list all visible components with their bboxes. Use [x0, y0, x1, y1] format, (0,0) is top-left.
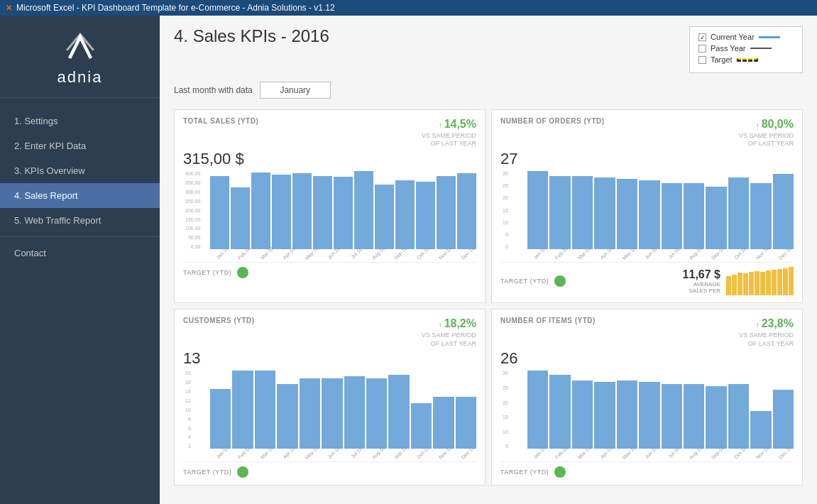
arrow-up-sales: ↑: [439, 121, 442, 129]
kpi-grid: TOTAL SALES (YTD) ↑ 14,5% VS SAME PERIOD…: [174, 109, 803, 486]
target-dot-orders: [554, 275, 566, 287]
chart-labels-customers: Jan-16Feb-16Mar-16Apr-16May-16Jun-16Jul-…: [210, 451, 476, 456]
chart-wrapper-sales: 400,00 350,00 300,00 250,00 200,00 150,0…: [183, 171, 476, 256]
target-label-customers: TARGET (YTD): [183, 469, 231, 476]
filter-value[interactable]: January: [260, 82, 331, 99]
sidebar-nav: 1. Settings 2. Enter KPI Data 3. KPIs Ov…: [0, 98, 160, 276]
mini-bar-2: [738, 273, 742, 295]
mini-bar-9: [777, 269, 782, 295]
kpi-change-label-items: VS SAME PERIODOF LAST YEAR: [739, 332, 794, 348]
bar-4: [300, 378, 320, 449]
target-row-items: TARGET (YTD): [500, 461, 794, 478]
legend-pass-year-label: Pass Year: [711, 44, 746, 53]
sidebar-item-contact[interactable]: Contact: [0, 241, 160, 265]
kpi-change-label-customers: VS SAME PERIODOF LAST YEAR: [422, 332, 476, 348]
y-axis-orders: 30 25 20 15 10 5 0: [503, 171, 508, 249]
bar-8: [388, 375, 409, 449]
sidebar-item-sales-report[interactable]: 4. Sales Report: [0, 183, 160, 208]
kpi-value-orders: 27: [500, 150, 794, 168]
bar-2: [251, 172, 270, 249]
bar-9: [728, 384, 749, 449]
mini-bar-1: [732, 275, 737, 296]
target-label-sales: TARGET (YTD): [183, 269, 231, 276]
legend-current-year: Current Year: [698, 33, 794, 41]
sidebar-item-settings[interactable]: 1. Settings: [0, 109, 160, 133]
kpi-header-orders: NUMBER OF ORDERS (YTD) ↑ 80,0% VS SAME P…: [500, 117, 794, 148]
bar-11: [437, 176, 456, 250]
legend-line-black: [750, 48, 772, 49]
legend-checkbox-target[interactable]: [698, 56, 706, 64]
mini-bar-10: [783, 268, 788, 296]
target-row-customers: TARGET (YTD): [183, 461, 476, 478]
target-dot-sales: [237, 267, 248, 278]
legend-line-blue: [759, 36, 780, 38]
bar-8: [706, 386, 726, 449]
chart-bars-customers: [210, 371, 476, 449]
sidebar-item-web-traffic[interactable]: 5. Web Traffic Report: [0, 208, 160, 233]
target-row-sales: TARGET (YTD): [183, 262, 476, 278]
mini-bar-8: [772, 270, 777, 295]
excel-icon: ✕: [6, 4, 12, 13]
target-row-orders: TARGET (YTD) 11,67 $ AVERAGESALES PER: [500, 262, 794, 295]
avg-value-orders: 11,67 $: [683, 268, 720, 281]
chart-wrapper-customers: 18 16 14 12 10 8 6 4 2 Jan-16Feb-16Mar-1…: [183, 371, 476, 456]
window-title: Microsoft Excel - KPI Dashboard Template…: [16, 3, 335, 13]
bar-3: [594, 382, 615, 449]
target-extra-orders: 11,67 $ AVERAGESALES PER: [683, 268, 720, 294]
avg-label-orders: AVERAGESALES PER: [683, 281, 720, 294]
bar-5: [322, 378, 342, 449]
bar-1: [549, 176, 570, 250]
legend-checkbox-pass[interactable]: [698, 45, 706, 53]
bar-9: [411, 403, 432, 449]
bar-6: [334, 177, 353, 249]
kpi-card-orders: NUMBER OF ORDERS (YTD) ↑ 80,0% VS SAME P…: [491, 109, 803, 303]
bar-1: [232, 371, 253, 449]
chart-bars-items: [527, 371, 794, 449]
chart-labels-orders: Jan-16Feb-16Mar-16Apr-16May-16Jun-16Jul-…: [527, 251, 794, 256]
legend-current-year-label: Current Year: [711, 33, 755, 41]
kpi-pct-items: 23,8%: [762, 317, 794, 329]
legend-checkbox-current[interactable]: [698, 33, 706, 41]
content-area: 4. Sales KPIs - 2016 Current Year Pass Y…: [160, 16, 817, 504]
arrow-up-customers: ↑: [439, 321, 442, 329]
bar-1: [549, 375, 570, 449]
target-label-orders: TARGET (YTD): [500, 278, 549, 285]
bar-2: [255, 371, 275, 449]
bar-10: [416, 182, 435, 250]
mini-bar-7: [766, 270, 771, 295]
bar-2: [572, 176, 593, 250]
kpi-pct-orders: 80,0%: [762, 118, 794, 130]
bar-5: [639, 382, 659, 449]
filter-row: Last month with data January: [174, 82, 803, 99]
y-axis-sales: 400,00 350,00 300,00 250,00 200,00 150,0…: [185, 171, 200, 249]
bar-4: [617, 380, 637, 449]
kpi-value-sales: 315,00 $: [183, 150, 476, 168]
bar-0: [527, 371, 548, 449]
bar-10: [750, 183, 771, 249]
sidebar-item-kpis-overview[interactable]: 3. KPIs Overview: [0, 158, 160, 183]
mini-bar-11: [789, 267, 794, 295]
logo-area: adnia: [0, 16, 160, 98]
sidebar-item-enter-kpi[interactable]: 2. Enter KPI Data: [0, 133, 160, 158]
target-dot-items: [554, 466, 566, 478]
legend-pass-year: Pass Year: [698, 44, 794, 53]
kpi-change-label-orders: VS SAME PERIODOF LAST YEAR: [739, 132, 794, 148]
kpi-title-items: NUMBER OF ITEMS (YTD): [500, 317, 596, 324]
chart-bars-orders: [527, 171, 794, 249]
bar-6: [662, 384, 682, 449]
legend-target-label: Target: [711, 55, 733, 64]
kpi-change-items: ↑ 23,8% VS SAME PERIODOF LAST YEAR: [739, 317, 794, 348]
chart-bars-sales: [210, 171, 476, 249]
legend-target: Target: [698, 55, 794, 64]
kpi-title-orders: NUMBER OF ORDERS (YTD): [500, 117, 605, 125]
sidebar: adnia 1. Settings 2. Enter KPI Data 3. K…: [0, 16, 160, 504]
mini-bar-6: [760, 272, 765, 296]
target-label-items: TARGET (YTD): [500, 469, 549, 476]
target-dot-customers: [237, 466, 248, 478]
chart-wrapper-items: 30 25 20 15 10 5 Jan-16Feb-16Mar-16Apr-1…: [500, 371, 794, 456]
nav-divider: [0, 236, 160, 237]
arrow-up-items: ↑: [756, 321, 760, 329]
kpi-change-sales: ↑ 14,5% VS SAME PERIODOF LAST YEAR: [422, 117, 476, 148]
kpi-pct-customers: 18,2%: [444, 317, 476, 329]
chart-labels-items: Jan-16Feb-16Mar-16Apr-16May-16Jun-16Jul-…: [527, 451, 794, 456]
